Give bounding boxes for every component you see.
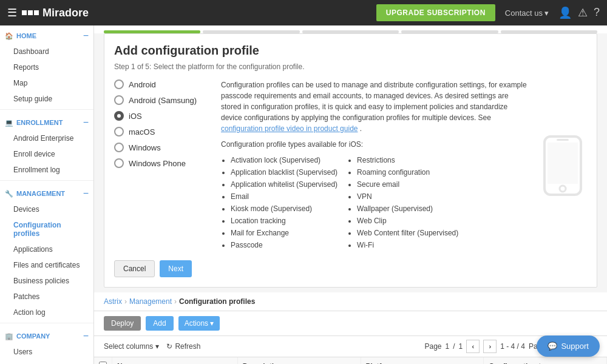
phone-icon-area — [538, 79, 587, 252]
radio-windows[interactable] — [114, 143, 124, 152]
platform-macos-label: macOS — [129, 127, 155, 136]
platform-ios[interactable]: iOS — [114, 111, 211, 121]
sidebar-item-enroll-device[interactable]: Enroll device — [0, 146, 93, 162]
phone-svg — [541, 135, 584, 196]
platform-windows[interactable]: Windows — [114, 143, 211, 152]
platform-windows-phone[interactable]: Windows Phone — [114, 158, 211, 168]
sidebar: 🏠 HOME − Dashboard Reports Map Setup gui… — [0, 25, 94, 364]
sidebar-item-setup-guide[interactable]: Setup guide — [0, 91, 93, 107]
modal-body: Android Android (Samsung) iOS macOS — [114, 79, 587, 252]
col-description-header[interactable]: Description — [237, 357, 361, 364]
sidebar-management-header: 🔧 MANAGEMENT − — [0, 183, 93, 201]
profile-types-col1: Activation lock (Supervised) Application… — [221, 155, 337, 252]
profile-types-col2: Restrictions Roaming configuration Secur… — [347, 155, 458, 252]
logo-text: Miradore — [42, 7, 89, 19]
sidebar-item-business-policies[interactable]: Business policies — [0, 273, 93, 289]
data-table: Name ▲ Description Platform Configuratio… — [94, 357, 607, 364]
select-all-checkbox[interactable] — [99, 362, 107, 364]
deploy-button[interactable]: Deploy — [104, 316, 141, 331]
cancel-button[interactable]: Cancel — [114, 260, 155, 277]
sidebar-enrollment-collapse[interactable]: − — [83, 117, 89, 128]
sidebar-management-collapse[interactable]: − — [83, 188, 89, 199]
topbar: ☰ Miradore UPGRADE SUBSCRIPTION Contact … — [0, 0, 607, 25]
page-prev-button[interactable]: ‹ — [466, 340, 480, 353]
main-layout: 🏠 HOME − Dashboard Reports Map Setup gui… — [0, 25, 607, 364]
table-toolbar: Deploy Add Actions ▾ — [94, 311, 607, 336]
modal-actions: Cancel Next — [114, 260, 587, 277]
sidebar-item-dashboard[interactable]: Dashboard — [0, 44, 93, 59]
platform-macos[interactable]: macOS — [114, 127, 211, 136]
breadcrumb-section[interactable]: Management — [129, 297, 172, 306]
platform-ios-label: iOS — [129, 112, 142, 121]
sidebar-item-files-certificates[interactable]: Files and certificates — [0, 257, 93, 273]
breadcrumb-company[interactable]: Astrix — [104, 297, 122, 306]
sidebar-home-title: 🏠 HOME — [5, 32, 36, 40]
modal-title: Add configuration profile — [114, 44, 587, 58]
sidebar-item-android-enterprise[interactable]: Android Enterprise — [0, 130, 93, 146]
page-total: 1 — [459, 342, 463, 351]
sidebar-home-header: 🏠 HOME − — [0, 25, 93, 44]
sidebar-company-collapse[interactable]: − — [83, 331, 89, 342]
actions-chevron-icon: ▾ — [210, 319, 214, 328]
refresh-icon: ↻ — [166, 342, 172, 351]
platform-android[interactable]: Android — [114, 79, 211, 89]
platform-list: Android Android (Samsung) iOS macOS — [114, 79, 211, 252]
upgrade-button[interactable]: UPGRADE SUBSCRIPTION — [376, 4, 495, 21]
alert-icon[interactable]: ⚠ — [578, 6, 588, 19]
col-config-type-header[interactable]: Configuration type — [484, 357, 607, 364]
contact-us-button[interactable]: Contact us ▾ — [505, 8, 549, 18]
select-columns-button[interactable]: Select columns ▾ — [104, 342, 159, 351]
page-current: 1 — [446, 342, 450, 351]
sidebar-item-devices[interactable]: Devices — [0, 201, 93, 217]
sidebar-enrollment-header: 💻 ENROLLMENT − — [0, 112, 93, 130]
account-icon[interactable]: 👤 — [558, 6, 572, 19]
logo: Miradore — [22, 7, 89, 19]
platform-windows-phone-label: Windows Phone — [129, 159, 186, 168]
support-label: Support — [561, 342, 589, 351]
management-icon: 🔧 — [5, 190, 13, 198]
col-name-header[interactable]: Name ▲ — [112, 357, 238, 364]
sidebar-item-applications[interactable]: Applications — [0, 241, 93, 257]
actions-button[interactable]: Actions ▾ — [178, 316, 220, 331]
radio-windows-phone[interactable] — [114, 158, 124, 168]
add-button[interactable]: Add — [146, 316, 173, 331]
topbar-icons: 👤 ⚠ ? — [558, 6, 600, 19]
table-container: Name ▲ Description Platform Configuratio… — [94, 357, 607, 364]
sidebar-item-patches[interactable]: Patches — [0, 289, 93, 305]
radio-android[interactable] — [114, 79, 124, 89]
radio-macos[interactable] — [114, 127, 124, 136]
refresh-button[interactable]: ↻ Refresh — [166, 342, 200, 351]
menu-icon[interactable]: ☰ — [7, 6, 17, 19]
sidebar-item-map[interactable]: Map — [0, 75, 93, 91]
sidebar-management-title: 🔧 MANAGEMENT — [5, 190, 65, 198]
svg-rect-3 — [557, 139, 569, 141]
profile-types-title: Configuration profile types available fo… — [221, 139, 529, 150]
contact-us-label: Contact us — [505, 8, 543, 18]
col-platform-header[interactable]: Platform — [361, 357, 484, 364]
info-panel: Configuration profiles can be used to ma… — [221, 79, 529, 252]
support-button[interactable]: 💬 Support — [537, 335, 600, 357]
sidebar-item-users[interactable]: Users — [0, 344, 93, 360]
help-icon[interactable]: ? — [594, 6, 600, 19]
radio-ios[interactable] — [114, 111, 124, 121]
page-next-button[interactable]: › — [483, 340, 497, 353]
radio-android-samsung[interactable] — [114, 95, 124, 105]
info-link[interactable]: configuration profile video in product g… — [221, 124, 358, 133]
platform-android-samsung[interactable]: Android (Samsung) — [114, 95, 211, 105]
sidebar-item-reports[interactable]: Reports — [0, 59, 93, 75]
info-text: Configuration profiles can be used to ma… — [221, 79, 529, 134]
sidebar-item-action-log[interactable]: Action log — [0, 305, 93, 320]
sidebar-item-enrollment-log[interactable]: Enrollment log — [0, 162, 93, 178]
enrollment-icon: 💻 — [5, 119, 13, 127]
sidebar-company-title: 🏢 COMPANY — [5, 332, 50, 340]
breadcrumb: Astrix › Management › Configuration prof… — [94, 292, 607, 311]
progress-bar-area — [94, 25, 607, 33]
sidebar-home-collapse[interactable]: − — [83, 30, 89, 41]
sidebar-item-configuration-profiles[interactable]: Configuration profiles — [0, 217, 93, 241]
breadcrumb-current: Configuration profiles — [179, 297, 255, 306]
modal-overlay: Add configuration profile Step 1 of 5: S… — [104, 33, 597, 288]
next-button[interactable]: Next — [160, 260, 192, 277]
sidebar-section-company: 🏢 COMPANY − Users Attributes Retired dev… — [0, 326, 93, 364]
select-columns-chevron-icon: ▾ — [155, 342, 159, 351]
sidebar-item-attributes[interactable]: Attributes — [0, 360, 93, 364]
